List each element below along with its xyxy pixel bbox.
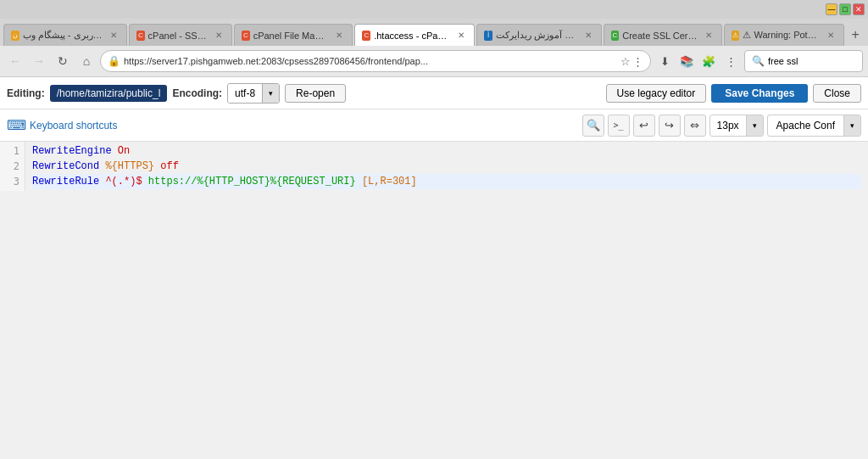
bookmark-icon[interactable]: ☆ [620,55,631,68]
tab-5[interactable]: آ آموزش ریدایرکت HTTPS ✕ [476,24,601,46]
font-size-arrow[interactable]: ▾ [746,115,763,136]
editor-toolbar: Editing: /home/tamizira/public_l Encodin… [0,77,868,109]
address-row: ← → ↻ ⌂ 🔒 https://server17.pishgamweb.ne… [0,46,868,76]
syntax-mode-arrow[interactable]: ▾ [843,115,860,136]
tab-7-close[interactable]: ✕ [825,30,837,42]
close-editor-button[interactable]: Close [813,84,861,103]
encoding-value: utf-8 [228,84,262,103]
line-numbers: 1 2 3 [0,142,25,191]
minimize-button[interactable]: — [826,3,837,15]
line-number-3: 3 [0,174,19,189]
tab-2-favicon: C [136,31,145,41]
lock-icon: 🔒 [108,55,120,67]
wrap-button[interactable]: ⇔ [684,115,706,137]
browser-menu-button[interactable]: ⋮ [721,51,741,71]
font-size-value: 13px [710,120,746,132]
tab-1-favicon: ن [11,31,19,41]
encoding-label: Encoding: [172,87,222,99]
tab-6-close[interactable]: ✕ [703,30,715,42]
tab-2-label: cPanel - SSL/TLS [148,31,208,41]
tab-7-favicon: ⚠ [732,31,740,41]
browser-toolbar-icons: ⬇ 📚 🧩 ⋮ [654,51,741,71]
tab-1[interactable]: ن ناحیه کاربری - پیشگام وب ✕ [3,24,127,46]
encoding-dropdown-arrow[interactable]: ▾ [262,84,279,103]
syntax-mode-selector[interactable]: Apache Conf ▾ [767,115,861,137]
tab-5-label: آموزش ریدایرکت HTTPS [496,30,576,41]
keyboard-icon: ⌨ [7,117,26,133]
line-number-2: 2 [0,159,19,174]
syntax-mode-value: Apache Conf [768,120,843,132]
browser-chrome: — □ ✕ ن ناحیه کاربری - پیشگام وب ✕ C cPa… [0,0,868,77]
tab-3-label: cPanel File Manager... [253,31,329,41]
tab-3-close[interactable]: ✕ [333,30,345,42]
code-line-1: RewriteEngine On [32,143,861,159]
tab-3-favicon: C [242,31,250,41]
search-bar[interactable]: 🔍 [744,50,863,72]
bookmarks-button[interactable]: 📚 [676,51,697,71]
new-tab-button[interactable]: + [846,24,865,46]
back-button[interactable]: ← [5,51,25,71]
code-line-3: RewriteRule ^(.*)$ https://%{HTTP_HOST}%… [32,174,861,189]
search-icon: 🔍 [752,55,765,67]
tab-2-close[interactable]: ✕ [213,30,225,42]
extensions-button[interactable]: 🧩 [698,51,719,71]
window-close-button[interactable]: ✕ [853,3,865,15]
reopen-button[interactable]: Re-open [285,84,346,103]
tab-4-close[interactable]: ✕ [455,30,467,42]
font-size-selector[interactable]: 13px ▾ [709,115,764,137]
tab-6-favicon: C [611,31,620,41]
line-number-1: 1 [0,143,19,159]
forward-button[interactable]: → [29,51,49,71]
code-content[interactable]: RewriteEngine On RewriteCond %{HTTPS} of… [25,142,868,191]
save-changes-button[interactable]: Save Changes [711,84,808,103]
tab-5-favicon: آ [484,31,492,41]
search-input[interactable] [768,56,855,66]
title-bar: — □ ✕ [0,0,868,19]
tabs-row: ن ناحیه کاربری - پیشگام وب ✕ C cPanel - … [0,19,868,46]
code-line-2: RewriteCond %{HTTPS} off [32,159,861,174]
secondary-toolbar: ⌨ Keyboard shortcuts 🔍 >_ ↩ ↪ ⇔ 13px ▾ A… [0,109,868,142]
editing-label: Editing: [7,87,45,99]
tab-6[interactable]: C Create SSL Certifica... ✕ [604,24,722,46]
tab-7[interactable]: ⚠ ⚠ Warning: Potential... ✕ [724,24,844,46]
redo-button[interactable]: ↪ [659,115,681,137]
menu-icon[interactable]: ⋮ [632,55,643,68]
keyboard-shortcuts-link[interactable]: Keyboard shortcuts [30,120,117,132]
tab-5-close[interactable]: ✕ [582,30,594,42]
search-code-button[interactable]: 🔍 [582,115,604,137]
use-legacy-button[interactable]: Use legacy editor [606,84,707,103]
terminal-button[interactable]: >_ [608,115,630,137]
tab-7-label: ⚠ Warning: Potential... [743,30,820,41]
code-editor[interactable]: 1 2 3 RewriteEngine On RewriteCond %{HTT… [0,142,868,191]
tab-1-close[interactable]: ✕ [108,30,120,42]
tab-6-label: Create SSL Certifica... [622,31,697,41]
encoding-select[interactable]: utf-8 ▾ [227,83,280,104]
undo-button[interactable]: ↩ [633,115,655,137]
address-text: https://server17.pishgamweb.net:2083/cps… [124,56,617,66]
tab-3[interactable]: C cPanel File Manager... ✕ [234,24,353,46]
tab-4-label: .htaccess - cPanel Fi... [374,31,450,41]
tab-4[interactable]: C .htaccess - cPanel Fi... ✕ [354,24,475,46]
download-button[interactable]: ⬇ [654,51,675,71]
address-icons: ☆ ⋮ [620,55,643,68]
editing-path: /home/tamizira/public_l [50,85,168,102]
maximize-button[interactable]: □ [839,3,851,15]
reload-button[interactable]: ↻ [53,51,73,71]
home-button[interactable]: ⌂ [76,51,97,71]
tab-2[interactable]: C cPanel - SSL/TLS ✕ [129,24,232,46]
tab-4-favicon: C [362,31,370,41]
tab-1-label: ناحیه کاربری - پیشگام وب [23,30,103,41]
address-bar[interactable]: 🔒 https://server17.pishgamweb.net:2083/c… [100,50,651,72]
